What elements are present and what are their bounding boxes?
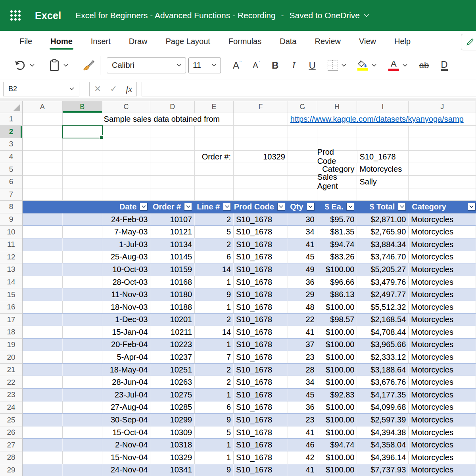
column-header-A[interactable]: A [23, 101, 63, 113]
cell-A8[interactable] [23, 201, 63, 213]
cell-G8[interactable]: Qty [288, 201, 317, 213]
cell-B16[interactable] [63, 301, 102, 314]
cell-J21[interactable]: Motorcycles [409, 364, 476, 376]
cell-D4[interactable] [150, 151, 195, 163]
cell-G28[interactable]: 42 [288, 451, 317, 464]
cell-H16[interactable]: $100.00 [317, 301, 357, 314]
cell-C28[interactable]: 15-Nov-04 [102, 451, 151, 464]
cell-B13[interactable] [63, 263, 102, 276]
menu-tab-file[interactable]: File [10, 31, 41, 52]
cell-D25[interactable]: 10299 [150, 414, 195, 426]
cell-J14[interactable]: Motorcycles [409, 276, 476, 289]
column-header-I[interactable]: I [357, 101, 409, 113]
cell-I26[interactable]: $4,394.38 [357, 426, 409, 439]
row-header-10[interactable]: 10 [0, 226, 23, 238]
row-header-23[interactable]: 23 [0, 389, 23, 401]
cell-A28[interactable] [23, 451, 63, 464]
cell-C6[interactable] [102, 176, 151, 188]
cell-F21[interactable]: S10_1678 [234, 364, 288, 376]
cell-C13[interactable]: 10-Oct-03 [102, 263, 151, 276]
cell-A15[interactable] [23, 288, 63, 301]
cell-C14[interactable]: 28-Oct-03 [102, 276, 151, 289]
cell-I2[interactable] [357, 126, 409, 138]
row-header-13[interactable]: 13 [0, 263, 23, 276]
cell-E21[interactable]: 2 [195, 364, 234, 376]
format-painter-button[interactable] [82, 60, 94, 71]
paste-button[interactable] [49, 59, 68, 72]
cell-F27[interactable]: S10_1678 [234, 439, 288, 451]
cell-E16[interactable]: 1 [195, 301, 234, 314]
cell-E24[interactable]: 6 [195, 401, 234, 414]
row-header-11[interactable]: 11 [0, 238, 23, 251]
cell-J10[interactable]: Motorcycles [409, 226, 476, 238]
cell-G26[interactable]: 41 [288, 426, 317, 439]
menu-tab-help[interactable]: Help [385, 31, 420, 52]
cell-J7[interactable] [409, 188, 476, 201]
cell-A13[interactable] [23, 263, 63, 276]
cell-I27[interactable]: $4,358.04 [357, 439, 409, 451]
cell-E11[interactable]: 2 [195, 238, 234, 251]
cell-I4[interactable]: S10_1678 [357, 151, 409, 163]
cell-G19[interactable]: 37 [288, 339, 317, 351]
cell-G23[interactable]: 45 [288, 389, 317, 401]
cell-B3[interactable] [63, 138, 102, 151]
cell-G1[interactable]: https://www.kaggle.com/datasets/kyanyoga… [288, 113, 317, 126]
cell-J11[interactable]: Motorcycles [409, 238, 476, 251]
cell-G7[interactable] [288, 188, 317, 201]
cell-C15[interactable]: 11-Nov-03 [102, 288, 151, 301]
insert-function-fx-icon[interactable]: fx [126, 84, 132, 94]
cell-G10[interactable]: 34 [288, 226, 317, 238]
strikethrough-button[interactable]: ab [419, 60, 429, 71]
formula-input[interactable] [142, 82, 476, 96]
select-all-corner[interactable] [0, 101, 23, 113]
cell-E26[interactable]: 5 [195, 426, 234, 439]
double-underline-button[interactable]: D [441, 60, 447, 71]
cell-C5[interactable] [102, 163, 151, 176]
cell-I24[interactable]: $4,099.68 [357, 401, 409, 414]
cell-B5[interactable] [63, 163, 102, 176]
cell-F1[interactable] [234, 113, 288, 126]
cell-J12[interactable]: Motorcycles [409, 251, 476, 264]
cell-C19[interactable]: 20-Feb-04 [102, 339, 151, 351]
cell-A2[interactable] [23, 126, 63, 138]
editing-mode-button[interactable] [461, 34, 476, 50]
cell-D21[interactable]: 10251 [150, 364, 195, 376]
cell-E22[interactable]: 2 [195, 376, 234, 389]
cell-I6[interactable]: Sally [357, 176, 409, 188]
cell-F13[interactable]: S10_1678 [234, 263, 288, 276]
cell-I5[interactable]: Motorcycles [357, 163, 409, 176]
cell-B26[interactable] [63, 426, 102, 439]
menu-tab-view[interactable]: View [350, 31, 385, 52]
fill-color-chevron-down-icon[interactable] [372, 64, 376, 67]
cell-G6[interactable] [288, 176, 317, 188]
cell-B6[interactable] [63, 176, 102, 188]
cell-I9[interactable]: $2,871.00 [357, 213, 409, 226]
cell-D23[interactable]: 10275 [150, 389, 195, 401]
cell-B20[interactable] [63, 351, 102, 364]
cell-H14[interactable]: $96.66 [317, 276, 357, 289]
cell-D6[interactable] [150, 176, 195, 188]
cell-G18[interactable]: 41 [288, 326, 317, 339]
cell-A5[interactable] [23, 163, 63, 176]
cell-I12[interactable]: $3,746.70 [357, 251, 409, 264]
cell-I22[interactable]: $3,676.76 [357, 376, 409, 389]
cell-C25[interactable]: 30-Sep-04 [102, 414, 151, 426]
cell-C3[interactable] [102, 138, 151, 151]
cell-I20[interactable]: $2,333.12 [357, 351, 409, 364]
cell-H13[interactable]: $100.00 [317, 263, 357, 276]
row-header-4[interactable]: 4 [0, 151, 23, 163]
cell-F15[interactable]: S10_1678 [234, 288, 288, 301]
cell-B1[interactable] [63, 113, 102, 126]
cell-A10[interactable] [23, 226, 63, 238]
cell-F9[interactable]: S10_1678 [234, 213, 288, 226]
cell-E23[interactable]: 1 [195, 389, 234, 401]
cell-H20[interactable]: $100.00 [317, 351, 357, 364]
cell-F18[interactable]: S10_1678 [234, 326, 288, 339]
cell-A29[interactable] [23, 464, 63, 476]
cell-J15[interactable]: Motorcycles [409, 288, 476, 301]
cell-D13[interactable]: 10159 [150, 263, 195, 276]
increase-font-size-button[interactable]: Aˆ [233, 60, 241, 71]
cell-A26[interactable] [23, 426, 63, 439]
cell-G9[interactable]: 30 [288, 213, 317, 226]
cell-E25[interactable]: 9 [195, 414, 234, 426]
